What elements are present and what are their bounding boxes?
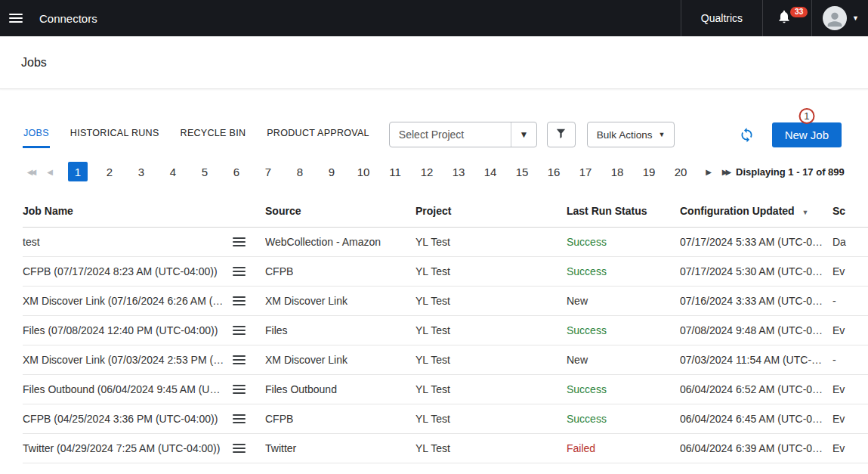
page-title: Jobs <box>21 56 47 70</box>
column-header-sc[interactable]: Sc <box>832 198 868 228</box>
filter-button[interactable] <box>547 122 576 147</box>
table-row[interactable]: XM Discover Link (07/16/2024 6:26 AM (U…… <box>23 287 868 316</box>
account-menu[interactable]: ▼ <box>811 0 868 36</box>
page-button-14[interactable]: 14 <box>480 162 500 181</box>
tab-product-approval[interactable]: PRODUCT APPROVAL <box>266 121 370 148</box>
job-project: YL Test <box>415 316 567 345</box>
job-source: XM Discover Link <box>265 345 415 375</box>
job-project: YL Test <box>415 287 567 316</box>
bulk-actions-label: Bulk Actions <box>597 129 653 141</box>
job-source: XM Discover Link <box>265 287 415 316</box>
job-configuration-updated: 07/16/2024 3:33 AM (UTC-0… <box>680 287 832 316</box>
page-button-18[interactable]: 18 <box>607 162 627 181</box>
job-status: New <box>567 287 680 316</box>
page-button-1[interactable]: 1 <box>68 162 88 181</box>
next-page-button[interactable]: ▶ <box>700 162 718 181</box>
job-source: CFPB <box>265 404 415 434</box>
brand-menu[interactable]: Qualtrics <box>681 0 762 36</box>
row-actions-menu-icon[interactable] <box>233 414 246 423</box>
table-row[interactable]: CFPB (04/25/2024 3:36 PM (UTC-04:00))CFP… <box>23 404 868 434</box>
job-schedule: Da <box>832 228 868 257</box>
page-button-12[interactable]: 12 <box>417 162 437 181</box>
row-actions-menu-icon[interactable] <box>233 237 246 246</box>
page-button-5[interactable]: 5 <box>195 162 215 181</box>
column-header-configuration-updated[interactable]: Configuration Updated ▼ <box>680 198 832 228</box>
table-row[interactable]: CFPB (07/17/2024 8:23 AM (UTC-04:00))CFP… <box>23 257 868 287</box>
page-button-15[interactable]: 15 <box>512 162 532 181</box>
table-row[interactable]: Twitter (04/29/2024 7:25 AM (UTC-04:00))… <box>23 434 868 463</box>
page-button-3[interactable]: 3 <box>131 162 151 181</box>
table-row[interactable]: XM Discover Link (07/03/2024 2:53 PM (U…… <box>23 345 868 375</box>
page-button-16[interactable]: 16 <box>544 162 564 181</box>
job-schedule: Ev <box>832 375 868 404</box>
column-header-last-run-status[interactable]: Last Run Status <box>567 198 680 228</box>
app-title: Connectors <box>39 12 97 25</box>
page-button-6[interactable]: 6 <box>227 162 246 181</box>
table-row[interactable]: Files (07/08/2024 12:40 PM (UTC-04:00))F… <box>23 316 868 345</box>
job-schedule: Ev <box>832 404 868 434</box>
pagination: ◀◀ ◀ 1234567891011121314151617181920 ▶ ▶… <box>23 162 868 181</box>
job-source: CFPB <box>265 257 415 287</box>
job-name: CFPB (04/25/2024 3:36 PM (UTC-04:00)) <box>23 413 225 425</box>
table-header-row: Job NameSourceProjectLast Run StatusConf… <box>23 198 868 228</box>
job-schedule: - <box>832 287 868 316</box>
hamburger-menu-icon[interactable] <box>6 7 29 29</box>
page-button-10[interactable]: 10 <box>354 162 373 181</box>
sync-icon <box>739 127 755 143</box>
job-schedule: - <box>832 345 868 375</box>
column-header-project[interactable]: Project <box>415 198 567 228</box>
row-actions-menu-icon[interactable] <box>233 355 246 364</box>
notifications-button[interactable]: 33 <box>762 0 811 36</box>
page-button-11[interactable]: 11 <box>385 162 405 181</box>
chevron-down-icon: ▼ <box>852 14 859 22</box>
table-row[interactable]: Files Outbound (06/04/2024 9:45 AM (UT…F… <box>23 375 868 404</box>
chevron-down-icon: ▼ <box>658 131 665 138</box>
page-button-17[interactable]: 17 <box>576 162 595 181</box>
job-source: Twitter <box>265 434 415 463</box>
refresh-button[interactable] <box>739 126 755 143</box>
content: JOBSHISTORICAL RUNSRECYCLE BINPRODUCT AP… <box>0 89 868 463</box>
job-name: CFPB (07/17/2024 8:23 AM (UTC-04:00)) <box>23 265 225 277</box>
job-project: YL Test <box>415 375 567 404</box>
topbar: Connectors Qualtrics 33 ▼ <box>0 0 868 36</box>
last-page-button[interactable]: ▶▶ <box>718 162 736 181</box>
page-button-8[interactable]: 8 <box>290 162 310 181</box>
job-configuration-updated: 07/17/2024 5:33 AM (UTC-0… <box>680 228 832 257</box>
row-actions-menu-icon[interactable] <box>233 326 246 335</box>
page-button-20[interactable]: 20 <box>671 162 690 181</box>
page-button-9[interactable]: 9 <box>322 162 341 181</box>
job-name: XM Discover Link (07/16/2024 6:26 AM (U… <box>23 295 233 307</box>
job-configuration-updated: 06/04/2024 6:52 AM (UTC-0… <box>680 375 832 404</box>
tab-recycle-bin[interactable]: RECYCLE BIN <box>180 121 247 148</box>
row-actions-menu-icon[interactable] <box>233 385 246 394</box>
row-actions-menu-icon[interactable] <box>233 296 246 305</box>
page-button-7[interactable]: 7 <box>258 162 278 181</box>
bulk-actions-button[interactable]: Bulk Actions ▼ <box>587 122 675 147</box>
job-configuration-updated: 07/17/2024 5:30 AM (UTC-0… <box>680 257 832 287</box>
page-header: Jobs <box>0 36 868 89</box>
column-header-source[interactable]: Source <box>265 198 415 228</box>
row-actions-menu-icon[interactable] <box>233 267 246 276</box>
page-button-13[interactable]: 13 <box>449 162 468 181</box>
table-row[interactable]: testWebCollection - AmazonYL TestSuccess… <box>23 228 868 257</box>
tab-jobs[interactable]: JOBS <box>23 121 50 148</box>
tabs: JOBSHISTORICAL RUNSRECYCLE BINPRODUCT AP… <box>23 121 370 148</box>
job-status: Success <box>567 404 680 434</box>
page-button-4[interactable]: 4 <box>163 162 183 181</box>
job-name: Twitter (04/29/2024 7:25 AM (UTC-04:00)) <box>23 442 227 454</box>
prev-page-button[interactable]: ◀ <box>41 162 59 181</box>
job-schedule: Ev <box>832 434 868 463</box>
job-project: YL Test <box>415 257 567 287</box>
project-select[interactable]: Select Project ▼ <box>389 122 537 147</box>
job-configuration-updated: 07/08/2024 9:48 AM (UTC-0… <box>680 316 832 345</box>
page-button-2[interactable]: 2 <box>100 162 119 181</box>
column-header-job-name[interactable]: Job Name <box>23 198 265 228</box>
job-name: test <box>23 236 48 248</box>
tab-historical-runs[interactable]: HISTORICAL RUNS <box>70 121 160 148</box>
page-button-19[interactable]: 19 <box>639 162 659 181</box>
job-project: YL Test <box>415 228 567 257</box>
job-source: WebCollection - Amazon <box>265 228 415 257</box>
first-page-button[interactable]: ◀◀ <box>23 162 41 181</box>
row-actions-menu-icon[interactable] <box>233 444 246 453</box>
new-job-button[interactable]: New Job <box>772 122 842 147</box>
